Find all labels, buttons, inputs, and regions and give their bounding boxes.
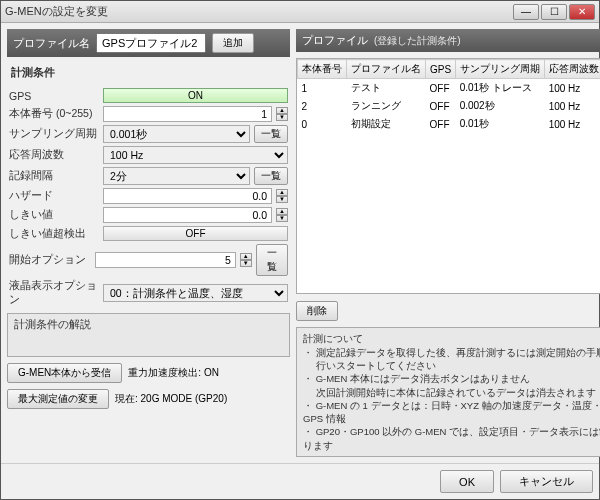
gps-toggle[interactable]: ON bbox=[103, 88, 288, 103]
unit-no-spinner[interactable]: ▲▼ bbox=[276, 107, 288, 121]
freq-label: 応答周波数 bbox=[9, 148, 99, 162]
gravity-label: 重力加速度検出: ON bbox=[128, 366, 219, 380]
info-title: 計測について bbox=[303, 332, 600, 345]
bottom-buttons: G-MEN本体から受信 重力加速度検出: ON 最大測定値の変更 現在: 20G… bbox=[7, 363, 290, 409]
profile-table-wrap: 本体番号プロファイル名GPSサンプリング周期応答周波数記録間隔 1テストOFF0… bbox=[296, 58, 600, 294]
start-opt-spinner[interactable]: ▲▼ bbox=[240, 253, 252, 267]
table-header[interactable]: GPS bbox=[426, 60, 456, 79]
profile-name-label: プロファイル名 bbox=[13, 36, 90, 51]
close-button[interactable]: ✕ bbox=[569, 4, 595, 20]
info-line: ・ GP20・GP100 以外の G-MEN では、設定項目・データ表示には制限… bbox=[303, 425, 600, 452]
mode-label: 現在: 20G MODE (GP20) bbox=[115, 392, 227, 406]
footer: OK キャンセル bbox=[1, 463, 599, 499]
explain-title: 計測条件の解説 bbox=[14, 318, 283, 332]
settings-form: GPS ON 本体番号 (0~255) ▲▼ サンプリング周期 0.001秒 一… bbox=[7, 88, 290, 307]
recv-button[interactable]: G-MEN本体から受信 bbox=[7, 363, 122, 383]
threshold-label: しきい値 bbox=[9, 208, 99, 222]
delete-button[interactable]: 削除 bbox=[296, 301, 338, 321]
table-row[interactable]: 2ランニングOFF0.002秒100 Hz30秒 bbox=[298, 97, 601, 115]
info-line: 行いスタートしてください bbox=[303, 359, 600, 372]
threshold-spinner[interactable]: ▲▼ bbox=[276, 208, 288, 222]
table-header[interactable]: プロファイル名 bbox=[347, 60, 426, 79]
unit-no-label: 本体番号 (0~255) bbox=[9, 107, 99, 121]
content: プロファイル名 追加 計測条件 GPS ON 本体番号 (0~255) ▲▼ サ… bbox=[1, 23, 599, 463]
add-button[interactable]: 追加 bbox=[212, 33, 254, 53]
hazard-spinner[interactable]: ▲▼ bbox=[276, 189, 288, 203]
hazard-input[interactable] bbox=[103, 188, 272, 204]
form-section-title: 計測条件 bbox=[7, 63, 290, 82]
info-line: ・ G-MEN 本体にはデータ消去ボタンはありません bbox=[303, 372, 600, 385]
info-line: 次回計測開始時に本体に記録されているデータは消去されます bbox=[303, 386, 600, 399]
profile-list-sub: (登録した計測条件) bbox=[374, 34, 461, 48]
th-detect-toggle[interactable]: OFF bbox=[103, 226, 288, 241]
info-line: ・ G-MEN の 1 データとは：日時・XYZ 軸の加速度データ・温度・湿度・… bbox=[303, 399, 600, 426]
rec-interval-select[interactable]: 2分 bbox=[103, 167, 250, 185]
table-header[interactable]: 本体番号 bbox=[298, 60, 347, 79]
profile-table: 本体番号プロファイル名GPSサンプリング周期応答周波数記録間隔 1テストOFF0… bbox=[297, 59, 600, 133]
gps-label: GPS bbox=[9, 90, 99, 102]
profile-name-input[interactable] bbox=[96, 33, 206, 53]
lcd-label: 液晶表示オプション bbox=[9, 279, 99, 307]
profile-list-header: プロファイル (登録した計測条件) bbox=[296, 29, 600, 52]
cancel-button[interactable]: キャンセル bbox=[500, 470, 593, 493]
explain-box: 計測条件の解説 bbox=[7, 313, 290, 357]
table-header[interactable]: 応答周波数 bbox=[545, 60, 600, 79]
sampling-list-button[interactable]: 一覧 bbox=[254, 125, 288, 143]
table-row[interactable]: 1テストOFF0.01秒 トレース100 Hz1秒 bbox=[298, 79, 601, 98]
titlebar: G-MENの設定を変更 — ☐ ✕ bbox=[1, 1, 599, 23]
profile-name-header: プロファイル名 追加 bbox=[7, 29, 290, 57]
window: G-MENの設定を変更 — ☐ ✕ プロファイル名 追加 計測条件 GPS ON… bbox=[0, 0, 600, 500]
rec-interval-list-button[interactable]: 一覧 bbox=[254, 167, 288, 185]
info-line: ・ 測定記録データを取得した後、再度計測するには測定開始の手順を bbox=[303, 346, 600, 359]
threshold-input[interactable] bbox=[103, 207, 272, 223]
table-row[interactable]: 0初期設定OFF0.01秒100 Hz1秒 bbox=[298, 115, 601, 133]
th-detect-label: しきい値超検出 bbox=[9, 227, 99, 241]
freq-select[interactable]: 100 Hz bbox=[103, 146, 288, 164]
sampling-select[interactable]: 0.001秒 bbox=[103, 125, 250, 143]
max-button[interactable]: 最大測定値の変更 bbox=[7, 389, 109, 409]
start-opt-input[interactable] bbox=[95, 252, 236, 268]
hazard-label: ハザード bbox=[9, 189, 99, 203]
maximize-button[interactable]: ☐ bbox=[541, 4, 567, 20]
left-pane: プロファイル名 追加 計測条件 GPS ON 本体番号 (0~255) ▲▼ サ… bbox=[7, 29, 290, 457]
rec-interval-label: 記録間隔 bbox=[9, 169, 99, 183]
lcd-select[interactable]: 00：計測条件と温度、湿度 bbox=[103, 284, 288, 302]
window-controls: — ☐ ✕ bbox=[513, 4, 595, 20]
unit-no-input[interactable] bbox=[103, 106, 272, 122]
minimize-button[interactable]: — bbox=[513, 4, 539, 20]
start-opt-list-button[interactable]: 一覧 bbox=[256, 244, 288, 276]
right-pane: プロファイル (登録した計測条件) 本体番号プロファイル名GPSサンプリング周期… bbox=[296, 29, 600, 457]
ok-button[interactable]: OK bbox=[440, 470, 494, 493]
table-header[interactable]: サンプリング周期 bbox=[456, 60, 545, 79]
sampling-label: サンプリング周期 bbox=[9, 127, 99, 141]
profile-list-label: プロファイル bbox=[302, 33, 368, 48]
info-box: 計測について ・ 測定記録データを取得した後、再度計測するには測定開始の手順を … bbox=[296, 327, 600, 457]
start-opt-label: 開始オプション bbox=[9, 253, 91, 267]
window-title: G-MENの設定を変更 bbox=[5, 4, 513, 19]
